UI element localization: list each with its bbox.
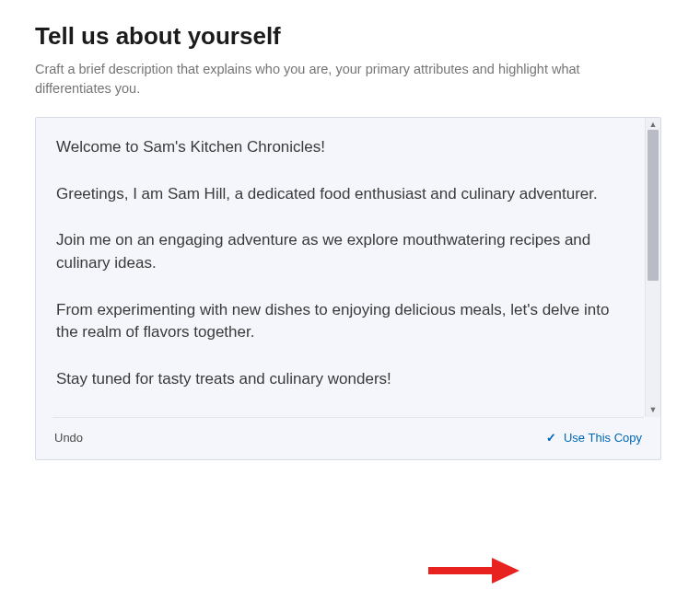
undo-button[interactable]: Undo xyxy=(54,431,83,445)
check-icon: ✓ xyxy=(546,431,556,445)
scroll-down-icon[interactable]: ▼ xyxy=(649,406,658,414)
page-subtitle: Craft a brief description that explains … xyxy=(35,60,624,98)
use-copy-label: Use This Copy xyxy=(564,431,642,445)
description-editor[interactable]: Welcome to Sam's Kitchen Chronicles! Gre… xyxy=(36,118,645,416)
scroll-thumb[interactable] xyxy=(648,130,659,281)
svg-marker-1 xyxy=(492,558,519,584)
editor-paragraph: Join me on an engaging adventure as we e… xyxy=(56,229,624,274)
scroll-up-icon[interactable]: ▲ xyxy=(649,121,658,129)
editor-paragraph: Welcome to Sam's Kitchen Chronicles! xyxy=(56,136,624,159)
description-card: Welcome to Sam's Kitchen Chronicles! Gre… xyxy=(35,117,661,459)
card-footer: Undo ✓ Use This Copy xyxy=(52,417,644,459)
editor-paragraph: From experimenting with new dishes to en… xyxy=(56,299,624,344)
annotation-arrow-icon xyxy=(424,552,525,589)
editor-paragraph: Stay tuned for tasty treats and culinary… xyxy=(56,368,624,391)
use-this-copy-button[interactable]: ✓ Use This Copy xyxy=(546,431,642,445)
scrollbar[interactable]: ▲ ▼ xyxy=(645,118,660,416)
scroll-track[interactable] xyxy=(646,130,660,404)
editor-wrap: Welcome to Sam's Kitchen Chronicles! Gre… xyxy=(36,118,660,416)
editor-paragraph: Greetings, I am Sam Hill, a dedicated fo… xyxy=(56,183,624,206)
page-title: Tell us about yourself xyxy=(35,22,665,51)
